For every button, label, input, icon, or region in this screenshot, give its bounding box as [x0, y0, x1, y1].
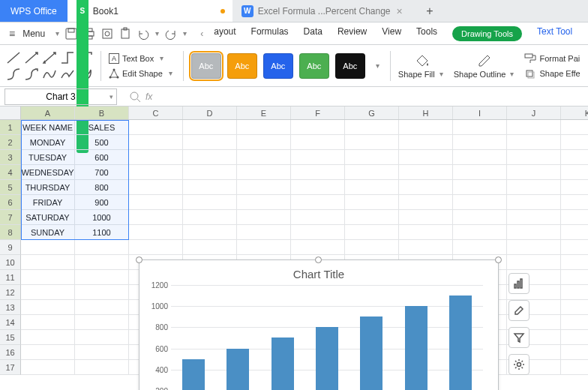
- column-headers[interactable]: ABCDEFGHIJK: [0, 106, 588, 120]
- cell[interactable]: [237, 150, 291, 165]
- resize-handle[interactable]: [136, 256, 142, 263]
- cell[interactable]: [129, 195, 183, 210]
- cell[interactable]: [507, 120, 561, 135]
- cell[interactable]: [399, 120, 453, 135]
- close-icon[interactable]: ×: [397, 5, 403, 17]
- cell[interactable]: [453, 120, 507, 135]
- chevron-down-icon[interactable]: ▾: [152, 29, 162, 38]
- cell[interactable]: [453, 180, 507, 195]
- cell[interactable]: [129, 210, 183, 225]
- cell[interactable]: [507, 180, 561, 195]
- cell[interactable]: [561, 210, 588, 225]
- cell[interactable]: [453, 135, 507, 150]
- text-box-button[interactable]: A Text Box ▾: [109, 53, 176, 64]
- cell[interactable]: [507, 135, 561, 150]
- cell[interactable]: [183, 165, 237, 180]
- cell[interactable]: [21, 240, 75, 255]
- preview-icon[interactable]: [100, 27, 114, 40]
- shape-outline-button[interactable]: Shape Outline▾: [454, 53, 518, 79]
- chart-bar[interactable]: [360, 316, 382, 390]
- row-header[interactable]: 3: [0, 150, 21, 165]
- row-header[interactable]: 4: [0, 165, 21, 180]
- cell[interactable]: [21, 315, 75, 330]
- cell[interactable]: [561, 345, 588, 360]
- menu-text-tool[interactable]: Text Tool: [537, 26, 572, 41]
- chart-filter-button[interactable]: [508, 327, 530, 348]
- column-header[interactable]: G: [345, 106, 399, 119]
- cell[interactable]: [345, 225, 399, 240]
- cell[interactable]: [129, 225, 183, 240]
- menu-formulas[interactable]: Formulas: [251, 26, 289, 41]
- cell[interactable]: [561, 135, 588, 150]
- cell[interactable]: [21, 345, 75, 360]
- column-header[interactable]: E: [237, 106, 291, 119]
- cell[interactable]: [399, 225, 453, 240]
- cell[interactable]: [453, 165, 507, 180]
- row-header[interactable]: 15: [0, 330, 21, 345]
- menu-view[interactable]: View: [382, 26, 401, 41]
- shape-style-gallery[interactable]: AbcAbcAbcAbcAbc: [191, 53, 365, 79]
- cell[interactable]: [291, 240, 345, 255]
- cell[interactable]: [183, 135, 237, 150]
- cell[interactable]: [507, 240, 561, 255]
- cell[interactable]: [237, 120, 291, 135]
- cell[interactable]: THURSDAY: [21, 180, 75, 195]
- tab-book1[interactable]: S Book1: [68, 0, 232, 22]
- cell[interactable]: [345, 240, 399, 255]
- cell[interactable]: [507, 210, 561, 225]
- cell[interactable]: [345, 150, 399, 165]
- cell[interactable]: [399, 195, 453, 210]
- row-header[interactable]: 14: [0, 315, 21, 330]
- cell[interactable]: [561, 300, 588, 315]
- cell[interactable]: [183, 240, 237, 255]
- cell[interactable]: [507, 255, 561, 270]
- cell[interactable]: [129, 165, 183, 180]
- cell[interactable]: [399, 240, 453, 255]
- cell[interactable]: [75, 255, 129, 270]
- cell[interactable]: [399, 165, 453, 180]
- chevron-down-icon[interactable]: ▾: [180, 29, 190, 38]
- resize-handle[interactable]: [495, 256, 502, 263]
- cell[interactable]: [129, 135, 183, 150]
- chevron-down-icon[interactable]: ▾: [52, 29, 62, 38]
- cell[interactable]: [291, 180, 345, 195]
- row-header[interactable]: 6: [0, 195, 21, 210]
- cell[interactable]: [507, 225, 561, 240]
- menu-layout[interactable]: ayout: [214, 26, 236, 41]
- style-swatch[interactable]: Abc: [227, 53, 257, 79]
- cell[interactable]: [129, 180, 183, 195]
- chart-title[interactable]: Chart Title: [140, 260, 498, 285]
- cell[interactable]: [183, 210, 237, 225]
- row-header[interactable]: 8: [0, 225, 21, 240]
- cell[interactable]: [291, 210, 345, 225]
- style-swatch[interactable]: Abc: [191, 53, 221, 79]
- tab-other[interactable]: W Excel Formula ...Percent Change ×: [232, 0, 417, 22]
- column-header[interactable]: A: [21, 106, 75, 119]
- cell[interactable]: [561, 360, 588, 375]
- cell[interactable]: [561, 285, 588, 300]
- column-header[interactable]: B: [75, 106, 129, 119]
- cell[interactable]: [345, 120, 399, 135]
- gallery-expand-icon[interactable]: ▾: [373, 62, 382, 70]
- cell[interactable]: 1100: [75, 225, 129, 240]
- row-header[interactable]: 16: [0, 345, 21, 360]
- resize-handle[interactable]: [315, 256, 322, 263]
- shape-fill-button[interactable]: Shape Fill▾: [398, 53, 446, 79]
- cell[interactable]: [21, 285, 75, 300]
- menu-button[interactable]: Menu: [22, 28, 52, 39]
- zoom-icon[interactable]: [129, 91, 141, 103]
- column-header[interactable]: H: [399, 106, 453, 119]
- style-swatch[interactable]: Abc: [335, 53, 365, 79]
- select-all-corner[interactable]: [0, 106, 21, 119]
- cell[interactable]: SUNDAY: [21, 225, 75, 240]
- cell[interactable]: [21, 270, 75, 285]
- cell[interactable]: [21, 330, 75, 345]
- cell[interactable]: [21, 255, 75, 270]
- column-header[interactable]: I: [453, 106, 507, 119]
- chart-settings-button[interactable]: [508, 354, 530, 375]
- cell[interactable]: 500: [75, 135, 129, 150]
- cell[interactable]: [561, 315, 588, 330]
- menu-data[interactable]: Data: [304, 26, 322, 41]
- paste-icon[interactable]: [118, 27, 132, 40]
- cell[interactable]: [21, 300, 75, 315]
